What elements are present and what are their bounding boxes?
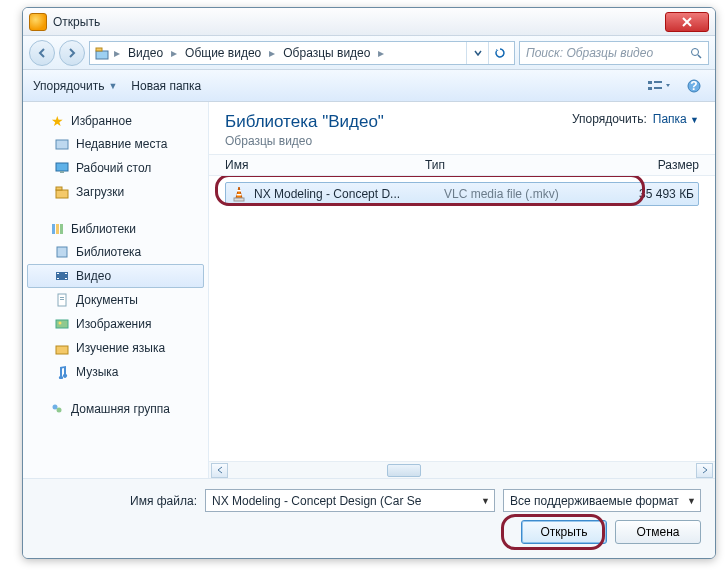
svg-rect-31 <box>234 198 244 201</box>
nav-back-button[interactable] <box>29 40 55 66</box>
vlc-file-icon <box>230 185 248 203</box>
svg-rect-0 <box>96 51 108 59</box>
search-input[interactable]: Поиск: Образцы видео <box>519 41 709 65</box>
horizontal-scrollbar[interactable] <box>209 461 715 478</box>
scroll-left-button[interactable] <box>211 463 228 478</box>
sidebar-item-music[interactable]: Музыка <box>27 360 204 384</box>
svg-rect-22 <box>65 278 67 279</box>
open-file-dialog: Открыть ▸ Видео ▸ Общие видео ▸ Образцы … <box>22 7 716 559</box>
svg-rect-1 <box>96 48 102 51</box>
history-dropdown-button[interactable] <box>466 42 488 64</box>
sidebar-item-language[interactable]: Изучение языка <box>27 336 204 360</box>
organize-button[interactable]: Упорядочить▼ <box>33 79 117 93</box>
svg-rect-4 <box>648 87 652 90</box>
sidebar-group-libraries[interactable]: Библиотеки <box>27 218 204 240</box>
column-name[interactable]: Имя <box>225 158 425 172</box>
help-button[interactable]: ? <box>683 77 705 95</box>
library-subtitle: Образцы видео <box>225 134 384 148</box>
scroll-thumb[interactable] <box>387 464 421 477</box>
nav-forward-button[interactable] <box>59 40 85 66</box>
help-icon: ? <box>687 79 701 93</box>
svg-rect-9 <box>56 140 68 149</box>
scroll-right-button[interactable] <box>696 463 713 478</box>
svg-rect-25 <box>60 299 64 300</box>
sidebar-item-documents[interactable]: Документы <box>27 288 204 312</box>
footer: Имя файла: NX Modeling - Concept Design … <box>23 478 715 558</box>
sidebar-item-desktop[interactable]: Рабочий стол <box>27 156 204 180</box>
svg-rect-12 <box>56 190 68 198</box>
svg-rect-20 <box>57 278 59 279</box>
app-icon <box>29 13 47 31</box>
svg-rect-15 <box>56 224 59 234</box>
svg-rect-26 <box>56 320 68 328</box>
expand-icon <box>33 116 43 126</box>
close-button[interactable] <box>665 12 709 32</box>
filename-label: Имя файла: <box>37 494 197 508</box>
library-title: Библиотека "Видео" <box>225 112 384 132</box>
column-headers: Имя Тип Размер <box>209 154 715 176</box>
documents-icon <box>54 292 70 308</box>
sidebar-group-homegroup[interactable]: Домашняя группа <box>27 398 204 420</box>
file-size: 35 493 КБ <box>604 187 694 201</box>
chevron-down-icon: ▼ <box>108 81 117 91</box>
breadcrumb[interactable]: Общие видео <box>181 44 265 62</box>
downloads-icon <box>54 184 70 200</box>
svg-text:?: ? <box>690 79 697 93</box>
open-button[interactable]: Открыть <box>521 520 607 544</box>
svg-point-2 <box>692 48 699 55</box>
expand-icon <box>33 404 43 414</box>
sidebar-item-recent[interactable]: Недавние места <box>27 132 204 156</box>
sidebar-item-video[interactable]: Видео <box>27 264 204 288</box>
file-type: VLC media file (.mkv) <box>444 187 604 201</box>
pictures-icon <box>54 316 70 332</box>
sort-label: Упорядочить: <box>572 112 647 126</box>
sidebar-item-pictures[interactable]: Изображения <box>27 312 204 336</box>
window-title: Открыть <box>53 15 665 29</box>
sidebar: ★ Избранное Недавние места Рабочий стол … <box>23 102 209 478</box>
sort-dropdown[interactable]: Папка ▼ <box>653 112 699 126</box>
close-icon <box>681 16 693 28</box>
svg-rect-5 <box>654 81 662 83</box>
star-icon: ★ <box>49 113 65 129</box>
new-folder-button[interactable]: Новая папка <box>131 79 201 93</box>
sidebar-group-favorites[interactable]: ★ Избранное <box>27 110 204 132</box>
svg-point-27 <box>59 322 62 325</box>
svg-rect-33 <box>237 194 242 196</box>
library-icon <box>94 45 110 61</box>
breadcrumb[interactable]: Видео <box>124 44 167 62</box>
scroll-track[interactable] <box>228 463 696 478</box>
svg-rect-14 <box>52 224 55 234</box>
chevron-right-icon: ▸ <box>169 46 179 60</box>
homegroup-icon <box>49 401 65 417</box>
main-pane: Библиотека "Видео" Образцы видео Упорядо… <box>209 102 715 478</box>
libraries-icon <box>49 221 65 237</box>
view-icon <box>647 79 671 93</box>
column-size[interactable]: Размер <box>609 158 699 172</box>
svg-rect-16 <box>60 224 63 234</box>
search-placeholder: Поиск: Образцы видео <box>526 46 653 60</box>
file-list[interactable]: NX Modeling - Concept D... VLC media fil… <box>209 176 715 461</box>
svg-point-30 <box>57 408 62 413</box>
video-icon <box>54 268 70 284</box>
arrow-left-icon <box>36 47 48 59</box>
sidebar-item-downloads[interactable]: Загрузки <box>27 180 204 204</box>
refresh-icon <box>494 47 506 59</box>
folder-icon <box>54 340 70 356</box>
chevron-right-icon: ▸ <box>112 46 122 60</box>
filetype-dropdown[interactable]: Все поддерживаемые формат ▼ <box>503 489 701 512</box>
filename-input[interactable]: NX Modeling - Concept Design (Car Se ▼ <box>205 489 495 512</box>
file-row[interactable]: NX Modeling - Concept D... VLC media fil… <box>225 182 699 206</box>
chevron-down-icon: ▼ <box>690 115 699 125</box>
sidebar-item-library[interactable]: Библиотека <box>27 240 204 264</box>
refresh-button[interactable] <box>488 42 510 64</box>
view-options-button[interactable] <box>643 77 675 95</box>
music-icon <box>54 364 70 380</box>
column-type[interactable]: Тип <box>425 158 585 172</box>
cancel-button[interactable]: Отмена <box>615 520 701 544</box>
desktop-icon <box>54 160 70 176</box>
address-bar[interactable]: ▸ Видео ▸ Общие видео ▸ Образцы видео ▸ <box>89 41 515 65</box>
svg-rect-19 <box>57 273 59 274</box>
chevron-down-icon: ▼ <box>687 496 696 506</box>
breadcrumb[interactable]: Образцы видео <box>279 44 374 62</box>
svg-rect-32 <box>237 190 241 192</box>
